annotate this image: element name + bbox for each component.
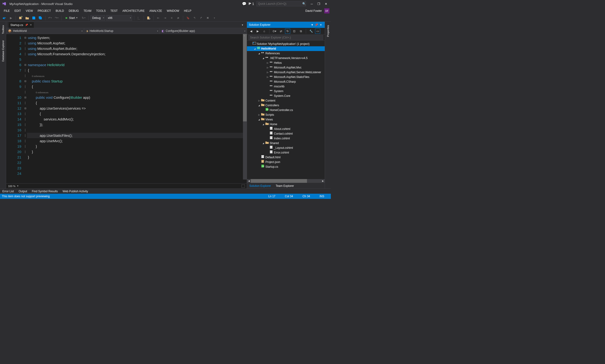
close-tab-icon[interactable]: ✕ <box>30 23 32 26</box>
bottom-tab-output[interactable]: Output <box>19 190 27 193</box>
nav-back-button[interactable]: ◀▼ <box>1 15 7 21</box>
tree-item-error-cshtml[interactable]: Error.cshtml <box>247 150 325 155</box>
menu-architecture[interactable]: ARCHITECTURE <box>120 8 147 14</box>
fold-gutter[interactable]: ⊟ │ │ │ ⊟ │ │ ⊟ │ │ ⊟ │ ⊟ │ │ │ │ │ │ │ … <box>24 34 27 183</box>
menu-view[interactable]: VIEW <box>23 8 35 14</box>
feedback-icon[interactable]: 💬 <box>242 2 247 6</box>
sol-preview-button[interactable]: ▭ <box>315 29 320 34</box>
tree-item-microsoft-aspnet-staticfiles[interactable]: Microsoft.AspNet.StaticFiles <box>247 75 325 79</box>
bottom-tab-find-symbol-results[interactable]: Find Symbol Results <box>32 190 58 193</box>
toolbox-tab[interactable]: Toolbox <box>1 24 5 35</box>
step-into-button[interactable] <box>136 15 142 21</box>
browser-link-refresh-button[interactable]: ↻▼ <box>81 15 87 21</box>
sol-scope-button[interactable]: ⊙▾ <box>272 29 277 34</box>
comment-button[interactable]: ≡ <box>169 15 174 21</box>
sol-refresh-button[interactable]: ↻ <box>285 29 290 34</box>
platform-combo[interactable]: x86 <box>106 15 132 21</box>
next-bookmark-button[interactable]: ↱ <box>198 15 204 21</box>
menu-file[interactable]: FILE <box>1 8 12 14</box>
editor-options-button[interactable] <box>241 184 245 188</box>
solution-search-input[interactable] <box>248 35 323 40</box>
menu-help[interactable]: HELP <box>182 8 194 14</box>
team-explorer-tab[interactable]: Team Explorer <box>273 183 296 188</box>
sol-back-button[interactable]: ◀ <box>248 29 254 34</box>
tree-item-shared[interactable]: Shared <box>247 141 325 145</box>
database-explorer-tab[interactable]: Database Explorer <box>1 39 5 63</box>
tree-item--layout-cshtml[interactable]: _Layout.cshtml <box>247 145 325 150</box>
code-editor[interactable]: using System;using Microsoft.AspNet;usin… <box>27 34 247 183</box>
open-file-button[interactable] <box>24 15 30 21</box>
tree-item-microsoft-aspnet-server-weblistener[interactable]: Microsoft.AspNet.Server.WebListener <box>247 70 325 75</box>
zoom-level[interactable]: 100 % <box>8 185 15 188</box>
menu-project[interactable]: PROJECT <box>35 8 53 14</box>
uncomment-button[interactable]: ≢ <box>175 15 181 21</box>
save-all-button[interactable] <box>38 15 43 21</box>
tree-item-views[interactable]: Views <box>247 117 325 122</box>
menu-tools[interactable]: TOOLS <box>94 8 108 14</box>
indent-less-button[interactable]: ⇤ <box>156 15 161 21</box>
split-editor-icon[interactable]: ↕ <box>242 34 247 37</box>
prev-bookmark-button[interactable]: ↰ <box>192 15 197 21</box>
panel-dropdown-icon[interactable]: ▼ <box>310 23 314 26</box>
menu-debug[interactable]: DEBUG <box>66 8 81 14</box>
bottom-tab-web-publish-activity[interactable]: Web Publish Activity <box>63 190 88 193</box>
zoom-dropdown-icon[interactable]: ▼ <box>17 185 19 187</box>
project-nav-combo[interactable]: 📦 HelloWorld <box>6 28 84 34</box>
tree-item-project-json[interactable]: {}Project.json <box>247 160 325 164</box>
menu-test[interactable]: TEST <box>108 8 120 14</box>
clear-bookmarks-button[interactable]: ✖ <box>205 15 210 21</box>
properties-tab[interactable]: Properties <box>326 24 330 38</box>
tree-item-mscorlib[interactable]: mscorlib <box>247 84 325 89</box>
tree-item-contact-cshtml[interactable]: Contact.cshtml <box>247 131 325 136</box>
tree-item-helloworld[interactable]: HelloWorld <box>247 46 325 51</box>
tree-item-content[interactable]: Content <box>247 98 325 103</box>
sol-show-all-button[interactable]: ⧉ <box>298 29 303 34</box>
panel-close-icon[interactable]: ✕ <box>319 23 323 26</box>
sol-properties-button[interactable]: 🔧 <box>308 29 314 34</box>
tree-item-microsoft-csharp[interactable]: Microsoft.CSharp <box>247 79 325 84</box>
solution-explorer-tab[interactable]: Solution Explorer <box>247 183 273 188</box>
nav-forward-button[interactable]: ▶ <box>8 15 14 21</box>
document-tab[interactable]: Startup.cs 📌 ✕ <box>9 22 34 28</box>
tree-item-solution-myaspnetapplication-1-project-[interactable]: Solution 'MyAspNetApplication' (1 projec… <box>247 41 325 46</box>
tree-item-controllers[interactable]: Controllers <box>247 103 325 108</box>
tree-item-home[interactable]: Home <box>247 122 325 127</box>
sol-forward-button[interactable]: ▶ <box>255 29 260 34</box>
undo-button[interactable]: ↶▼ <box>47 15 53 21</box>
tree-item-system[interactable]: System <box>247 89 325 93</box>
class-nav-combo[interactable]: ⬗ HelloWorld.Startup <box>84 28 160 34</box>
new-project-button[interactable]: * <box>18 15 23 21</box>
tree-item-microsoft-aspnet-mvc[interactable]: Microsoft.AspNet.Mvc <box>247 65 325 70</box>
bookmark-button[interactable]: 🔖 <box>185 15 191 21</box>
notifications-flag[interactable]: 1 <box>248 2 254 6</box>
pin-icon[interactable]: 📌 <box>25 24 28 26</box>
tree-item--netframework-version-v4-5[interactable]: .NETFramework,Version=v4.5 <box>247 56 325 61</box>
sol-collapse-button[interactable]: ⊡ <box>292 29 297 34</box>
menu-edit[interactable]: EDIT <box>12 8 23 14</box>
redo-button[interactable]: ↷▼ <box>54 15 60 21</box>
member-nav-combo[interactable]: ◧ Configure(IBuilder app) <box>160 28 247 34</box>
bottom-tab-error-list[interactable]: Error List <box>2 190 14 193</box>
user-name[interactable]: David Fowler <box>305 9 323 13</box>
active-files-dropdown[interactable]: ▼ <box>240 22 245 28</box>
start-debug-button[interactable]: ▶Start▼ <box>64 15 80 21</box>
tree-item-references[interactable]: References <box>247 51 325 56</box>
save-button[interactable] <box>31 15 37 21</box>
restore-button[interactable]: ❐ <box>316 1 321 6</box>
menu-analyze[interactable]: ANALYZE <box>147 8 164 14</box>
sol-sync-button[interactable]: ⇄ <box>278 29 284 34</box>
quick-launch-input[interactable] <box>256 1 306 6</box>
panel-pin-icon[interactable]: 📌 <box>314 23 319 26</box>
tree-item-homecontroller-cs[interactable]: C#HomeController.cs <box>247 108 325 112</box>
tree-item-startup-cs[interactable]: C#Startup.cs <box>247 164 325 169</box>
search-icon[interactable]: 🔍 <box>302 2 306 5</box>
user-avatar[interactable]: DF <box>324 8 329 13</box>
tree-item-helios[interactable]: Helios <box>247 61 325 65</box>
tree-item-default-html[interactable]: Default.html <box>247 155 325 160</box>
tree-item-about-cshtml[interactable]: About.cshtml <box>247 127 325 131</box>
configuration-combo[interactable]: Debug <box>91 15 105 21</box>
minimize-button[interactable]: ─ <box>309 1 314 6</box>
menu-build[interactable]: BUILD <box>53 8 66 14</box>
sol-home-button[interactable]: ⌂ <box>262 29 267 34</box>
menu-window[interactable]: WINDOW <box>164 8 182 14</box>
